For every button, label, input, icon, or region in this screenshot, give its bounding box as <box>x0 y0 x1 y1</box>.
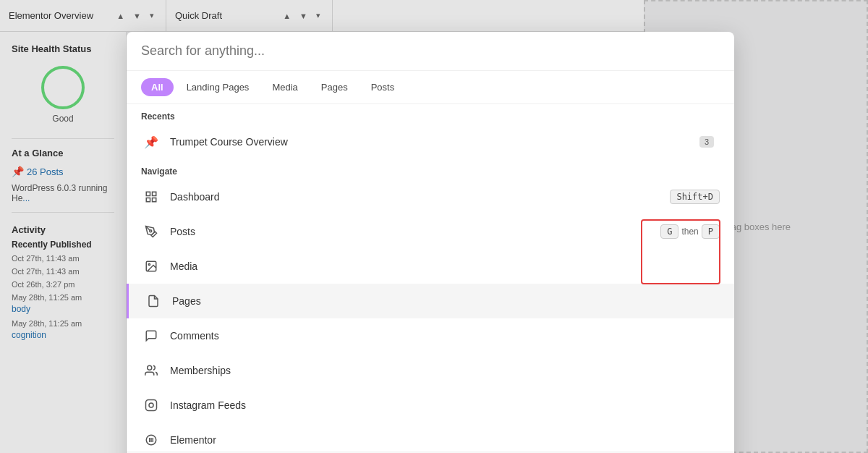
media-label: Media <box>170 261 720 272</box>
trumpet-course-label: Trumpet Course Overview <box>170 136 699 148</box>
posts-label: Posts <box>170 226 660 237</box>
elementor-label: Elementor <box>170 434 720 446</box>
trumpet-badge: 3 <box>699 136 714 148</box>
media-icon <box>141 256 161 276</box>
trumpet-pin-icon: 📌 <box>141 132 161 152</box>
instagram-icon <box>141 395 161 415</box>
nav-item-media[interactable]: Media <box>127 249 734 284</box>
filter-tab-posts[interactable]: Posts <box>361 78 405 96</box>
nav-item-instagram[interactable]: Instagram Feeds <box>127 388 734 423</box>
search-area[interactable] <box>127 32 734 71</box>
svg-point-6 <box>148 263 150 265</box>
nav-item-elementor[interactable]: Elementor <box>127 423 734 452</box>
filter-tab-landing-pages[interactable]: Landing Pages <box>176 78 260 96</box>
svg-point-7 <box>148 365 152 370</box>
nav-item-pages[interactable]: Pages <box>127 284 734 318</box>
posts-shortcut-then: then <box>681 226 698 237</box>
filter-tab-media[interactable]: Media <box>262 78 307 96</box>
posts-shortcut-g: G <box>660 224 678 239</box>
elementor-icon <box>141 430 161 450</box>
pages-label: Pages <box>172 295 720 307</box>
nav-item-memberships[interactable]: Memberships <box>127 353 734 388</box>
svg-point-4 <box>150 230 152 232</box>
navigate-section-header: Navigate <box>127 159 734 179</box>
memberships-icon <box>141 360 161 381</box>
svg-rect-2 <box>146 198 150 202</box>
pages-icon <box>143 291 163 311</box>
instagram-label: Instagram Feeds <box>170 399 720 411</box>
posts-shortcut-p: P <box>702 224 720 239</box>
results-list: Recents 📌 Trumpet Course Overview 3 Navi… <box>127 104 734 452</box>
dashboard-shortcut: Shift+D <box>670 190 720 204</box>
svg-point-9 <box>149 403 153 407</box>
posts-icon <box>141 221 161 242</box>
filter-tabs: All Landing Pages Media Pages Posts <box>127 71 734 104</box>
memberships-label: Memberships <box>170 365 720 376</box>
svg-rect-8 <box>146 400 157 411</box>
search-input[interactable] <box>141 43 720 59</box>
comments-icon <box>141 326 161 346</box>
commandbar-modal: All Landing Pages Media Pages Posts Rece… <box>127 32 734 453</box>
filter-tab-all[interactable]: All <box>141 78 174 96</box>
dashboard-label: Dashboard <box>170 191 670 203</box>
recents-section-header: Recents <box>127 104 734 124</box>
recent-item-trumpet[interactable]: 📌 Trumpet Course Overview 3 <box>127 124 734 159</box>
dashboard-shortcut-key: Shift+D <box>670 190 720 204</box>
svg-rect-0 <box>146 192 150 195</box>
comments-label: Comments <box>170 330 720 342</box>
svg-rect-3 <box>153 198 156 202</box>
filter-tab-pages[interactable]: Pages <box>311 78 358 96</box>
nav-item-posts[interactable]: Posts G then P <box>127 214 734 249</box>
svg-rect-1 <box>153 192 156 195</box>
nav-item-comments[interactable]: Comments <box>127 318 734 353</box>
posts-shortcut: G then P <box>660 224 720 239</box>
nav-item-dashboard[interactable]: Dashboard Shift+D <box>127 179 734 214</box>
dashboard-icon <box>141 187 161 207</box>
